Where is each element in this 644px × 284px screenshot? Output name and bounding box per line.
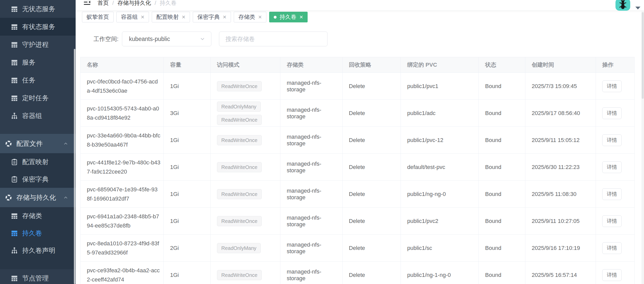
detail-button[interactable]: 详情 [602, 80, 622, 92]
sidebar-item-label: 任务 [22, 76, 35, 85]
tab-close-icon[interactable]: × [299, 14, 303, 20]
sidebar-item-cronjobs[interactable]: 定时任务 [0, 89, 76, 107]
sidebar-item-label: 保密字典 [22, 175, 49, 184]
cell-name: pvc-0fec0bcd-fac0-4756-acda-4df153e6c0ae [80, 73, 164, 100]
cell-storage-class: managed-nfs-storage [280, 127, 342, 154]
tab-close-icon[interactable]: × [258, 14, 262, 20]
cell-name: pvc-8eda1010-8723-4f9d-83f5-97ea9d32966f [80, 235, 164, 262]
access-mode-badge: ReadOnlyMany [217, 102, 261, 112]
avatar[interactable] [615, 0, 630, 11]
access-mode-badge: ReadWriteOnce [217, 81, 262, 91]
user-menu-caret-icon[interactable] [635, 7, 640, 9]
breadcrumb: 首页/存储与持久化/持久卷 [98, 0, 176, 7]
cell-access-modes: ReadOnlyMany [211, 235, 280, 262]
cell-capacity: 1Gi [164, 127, 211, 154]
cell-storage-class: managed-nfs-storage [280, 208, 342, 235]
sidebar-item-daemonsets[interactable]: 守护进程 [0, 36, 76, 53]
cell-bound-pvc: public1/sc [401, 235, 479, 262]
grid-icon [11, 23, 18, 30]
table-row: pvc-10154305-5743-4ab0-a08a-cd9418f84e92… [80, 100, 635, 127]
status-badge: Bound [479, 154, 525, 181]
tab-bar: 蚁挚首页容器组×配置映射×保密字典×存储类×持久卷× [76, 11, 644, 23]
sidebar-item-services[interactable]: 服务 [0, 53, 76, 71]
breadcrumb-item-1[interactable]: 存储与持久化 [117, 0, 151, 7]
tab-pods[interactable]: 容器组× [116, 12, 149, 22]
tab-label: 保密字典 [197, 13, 220, 21]
sidebar-item-storage-classes[interactable]: 存储类 [0, 207, 76, 224]
access-mode-badges: ReadWriteOnce [217, 216, 278, 226]
detail-button[interactable]: 详情 [602, 107, 622, 119]
cell-capacity: 1Gi [164, 208, 211, 235]
sidebar-item-stateless-services[interactable]: 无状态服务 [0, 0, 76, 18]
cell-name: pvc-33e4a660-9b0a-44bb-bfc8-b39e50aa467f [80, 127, 164, 154]
cell-storage-class: managed-nfs-storage [280, 235, 342, 262]
access-mode-badges: ReadOnlyMany [217, 243, 278, 253]
sidebar-item-label: 存储类 [22, 211, 42, 220]
tab-close-icon[interactable]: × [141, 14, 144, 20]
page-scrollbar[interactable] [641, 11, 644, 284]
sidebar-item-configmaps[interactable]: 配置映射 [0, 153, 76, 171]
cell-access-modes: ReadOnlyManyReadWriteOnce [211, 100, 280, 127]
detail-button[interactable]: 详情 [602, 134, 622, 146]
sidebar-submenu-0: 配置映射保密字典 [0, 153, 76, 188]
access-mode-badge: ReadWriteOnce [217, 270, 262, 280]
cell-created: 2025/9/5 16:57:14 [525, 262, 596, 284]
pv-name: pvc-10154305-5743-4ab0-a08a-cd9418f84e92 [87, 104, 161, 122]
cell-bound-pvc: public1/pvc2 [401, 208, 479, 235]
detail-button[interactable]: 详情 [602, 242, 622, 254]
tab-storage-classes[interactable]: 存储类× [234, 12, 266, 22]
sidebar-scrollbar[interactable] [74, 49, 75, 284]
sidebar-item-pods[interactable]: 容器组 [0, 107, 76, 125]
detail-button[interactable]: 详情 [602, 215, 622, 227]
tab-close-icon[interactable]: × [223, 14, 226, 20]
sidebar-item-label: 定时任务 [22, 94, 49, 103]
access-mode-badge: ReadOnlyMany [217, 243, 261, 253]
grid-icon [11, 95, 18, 102]
sidebar-item-storage-persistence[interactable]: 存储与持久化 [0, 188, 76, 207]
cell-storage-class: managed-nfs-storage [280, 100, 342, 127]
tab-home[interactable]: 蚁挚首页 [82, 12, 114, 22]
detail-button[interactable]: 详情 [602, 188, 622, 200]
access-mode-badge: ReadWriteOnce [217, 135, 262, 145]
tab-secrets[interactable]: 保密字典× [193, 12, 231, 22]
search-input[interactable] [219, 32, 327, 46]
tab-persistent-volumes[interactable]: 持久卷× [269, 12, 308, 22]
sidebar-item-persistent-volume-claims[interactable]: 持久卷声明 [0, 242, 76, 259]
cell-bound-pvc: public1/adc [401, 100, 479, 127]
access-mode-badges: ReadWriteOnce [217, 81, 278, 91]
tab-configmaps[interactable]: 配置映射× [152, 12, 190, 22]
menu-fold-icon[interactable] [83, 0, 91, 6]
cell-reclaim-policy: Delete [342, 73, 401, 100]
sidebar-item-config-files[interactable]: 配置文件 [0, 134, 76, 153]
page-scrollbar-thumb[interactable] [642, 12, 644, 99]
cell-storage-class: managed-nfs-storage [280, 262, 342, 284]
pv-name: pvc-6859047e-1e39-45fe-938f-169601a92df7 [87, 185, 161, 203]
grid-icon [11, 59, 18, 66]
access-mode-badges: ReadWriteOnce [217, 162, 278, 172]
clipboard-icon [11, 176, 18, 183]
cell-reclaim-policy: Delete [342, 208, 401, 235]
tab-label: 配置映射 [156, 13, 179, 21]
sidebar-item-label: 守护进程 [22, 40, 49, 49]
sidebar-item-persistent-volumes[interactable]: 持久卷 [0, 224, 76, 242]
cell-created: 2025/6/30 11:22:23 [525, 154, 596, 181]
detail-button[interactable]: 详情 [602, 161, 622, 173]
cell-bound-pvc: public1/pvc-12 [401, 127, 479, 154]
cell-storage-class: managed-nfs-storage [280, 154, 342, 181]
status-badge: Bound [479, 73, 525, 100]
topbar: 首页/存储与持久化/持久卷 [76, 0, 644, 11]
access-mode-badges: ReadWriteOnce [217, 135, 278, 145]
breadcrumb-item-0[interactable]: 首页 [98, 0, 109, 7]
sidebar-item-stateful-services[interactable]: 有状态服务 [0, 18, 76, 36]
cell-actions: 详情 [596, 181, 635, 208]
workspace-select[interactable]: kubeants-public [122, 32, 211, 46]
sidebar-item-label: 无状态服务 [22, 5, 55, 13]
tab-close-icon[interactable]: × [182, 14, 185, 20]
detail-button[interactable]: 详情 [602, 269, 622, 281]
cell-access-modes: ReadWriteOnce [211, 73, 280, 100]
sidebar-item-secrets[interactable]: 保密字典 [0, 171, 76, 188]
sidebar-item-node-management[interactable]: 节点管理 [0, 269, 76, 284]
cell-created: 2025/9/11 10:27:05 [525, 208, 596, 235]
access-mode-badges: ReadOnlyManyReadWriteOnce [217, 102, 278, 125]
sidebar-item-jobs[interactable]: 任务 [0, 71, 76, 89]
